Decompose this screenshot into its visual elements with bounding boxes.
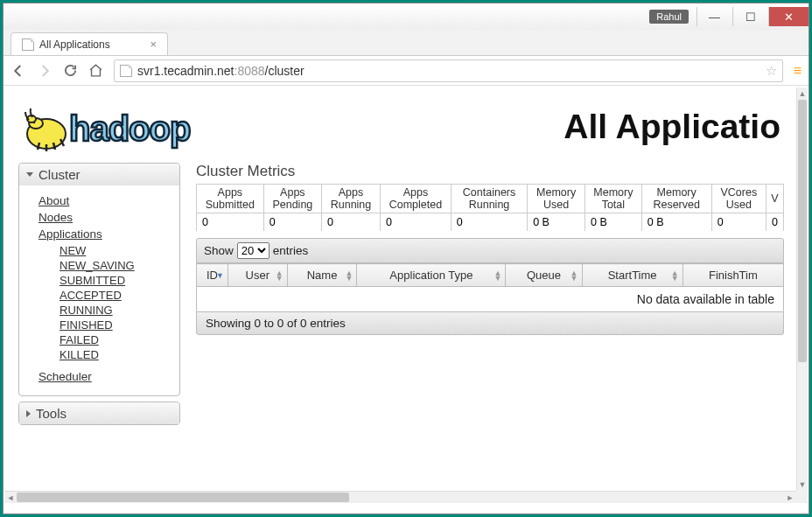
main-content: Cluster Metrics Apps Submitted Apps Pend… (196, 163, 784, 430)
metrics-header: Memory Reserved (641, 185, 711, 213)
window-maximize-button[interactable]: ☐ (732, 7, 767, 26)
address-bar[interactable]: svr1.tecadmin.net:8088/cluster ☆ (114, 59, 783, 82)
column-header-app-type[interactable]: Application Type▲▼ (357, 264, 506, 287)
metrics-header: Apps Pending (263, 185, 321, 213)
browser-window: Rahul — ☐ ✕ All Applications × svr1.teca… (3, 3, 809, 514)
horizontal-scrollbar[interactable]: ◄ ► (4, 491, 796, 503)
metrics-header: Apps Submitted (197, 185, 264, 213)
vertical-scroll-thumb[interactable] (798, 100, 807, 362)
cluster-metrics-title: Cluster Metrics (196, 163, 784, 180)
user-badge: Rahul (649, 10, 689, 24)
metrics-value: 0 (766, 213, 783, 232)
tab-title: All Applications (39, 38, 110, 51)
metrics-header: Apps Completed (380, 185, 451, 213)
sidebar-panel-head-tools[interactable]: Tools (19, 402, 179, 424)
column-header-id[interactable]: ID▼ (197, 264, 228, 287)
page-content: hadoop All Applicatio Cluster About Node… (4, 87, 796, 491)
metrics-header: Memory Used (528, 185, 585, 213)
metrics-value: 0 (711, 213, 766, 232)
sidebar-link-about[interactable]: About (38, 194, 174, 207)
page-size-select[interactable]: 20 (237, 242, 270, 259)
window-titlebar: Rahul — ☐ ✕ (4, 3, 808, 30)
metrics-value: 0 B (641, 213, 711, 232)
url-page-icon (120, 65, 132, 77)
sidebar-link-applications[interactable]: Applications (38, 227, 174, 241)
scroll-up-icon[interactable]: ▲ (797, 87, 808, 100)
column-header-user[interactable]: User▲▼ (228, 264, 288, 287)
metrics-header: V (766, 185, 783, 213)
tab-strip: All Applications × (4, 30, 808, 56)
scroll-down-icon[interactable]: ▼ (797, 479, 808, 491)
sidebar-panel-cluster: Cluster About Nodes Applications NEW NEW… (18, 163, 180, 396)
sidebar-link-state-killed[interactable]: KILLED (60, 348, 174, 361)
metrics-value: 0 (451, 213, 527, 232)
page-title: All Applicatio (564, 108, 780, 146)
column-header-finishtime[interactable]: FinishTim (682, 264, 783, 287)
column-header-starttime[interactable]: StartTime▲▼ (582, 264, 682, 287)
metrics-value: 0 B (585, 213, 642, 232)
scrollbar-corner (796, 491, 808, 503)
menu-icon[interactable]: ≡ (794, 63, 802, 79)
sidebar-link-state-finished[interactable]: FINISHED (60, 318, 174, 332)
forward-button[interactable] (37, 63, 52, 79)
sidebar-panel-tools: Tools (18, 402, 180, 425)
no-data-message: No data available in table (197, 287, 784, 312)
window-minimize-button[interactable]: — (696, 7, 732, 26)
browser-tab[interactable]: All Applications × (10, 32, 168, 55)
metrics-header: VCores Used (711, 185, 766, 213)
window-close-button[interactable]: ✕ (768, 7, 808, 26)
scroll-left-icon[interactable]: ◄ (4, 492, 17, 503)
metrics-header: Containers Running (451, 185, 527, 213)
sidebar-link-state-new-saving[interactable]: NEW_SAVING (60, 259, 174, 272)
sidebar-link-state-running[interactable]: RUNNING (60, 304, 174, 317)
sidebar-link-state-failed[interactable]: FAILED (60, 333, 174, 346)
navigation-bar: svr1.tecadmin.net:8088/cluster ☆ ≡ (4, 56, 808, 86)
sidebar: Cluster About Nodes Applications NEW NEW… (18, 163, 180, 430)
sidebar-app-states: NEW NEW_SAVING SUBMITTED ACCEPTED RUNNIN… (38, 244, 174, 361)
svg-point-3 (33, 122, 36, 124)
url-text: svr1.tecadmin.net:8088/cluster (137, 64, 304, 78)
sidebar-link-state-new[interactable]: NEW (60, 244, 174, 257)
svg-text:hadoop: hadoop (69, 109, 190, 148)
metrics-value: 0 (322, 213, 381, 232)
metrics-value: 0 (197, 213, 264, 232)
applications-table: ID▼ User▲▼ Name▲▼ Application Type▲▼ Que… (196, 263, 784, 311)
reload-button[interactable] (63, 63, 78, 78)
sidebar-link-state-accepted[interactable]: ACCEPTED (60, 289, 174, 302)
bookmark-icon[interactable]: ☆ (766, 63, 777, 79)
table-info: Showing 0 to 0 of 0 entries (196, 311, 784, 335)
sidebar-link-scheduler[interactable]: Scheduler (38, 370, 174, 383)
home-button[interactable] (88, 63, 103, 78)
metrics-header: Memory Total (585, 185, 642, 213)
cluster-metrics-table: Apps Submitted Apps Pending Apps Running… (196, 184, 784, 231)
sidebar-link-nodes[interactable]: Nodes (38, 211, 174, 224)
metrics-value: 0 B (528, 213, 585, 232)
vertical-scrollbar[interactable]: ▲ ▼ (796, 87, 808, 491)
sidebar-panel-head-cluster[interactable]: Cluster (19, 164, 179, 185)
page-header: hadoop All Applicatio (4, 87, 796, 163)
horizontal-scroll-thumb[interactable] (17, 493, 349, 502)
metrics-header: Apps Running (322, 185, 381, 213)
page-icon (22, 38, 34, 51)
column-header-name[interactable]: Name▲▼ (287, 264, 357, 287)
metrics-value: 0 (263, 213, 321, 232)
sidebar-link-state-submitted[interactable]: SUBMITTED (60, 274, 174, 287)
hadoop-logo: hadoop (20, 96, 256, 157)
tab-close-icon[interactable]: × (150, 38, 157, 51)
metrics-value: 0 (380, 213, 451, 232)
table-length-control: Show 20 entries (196, 238, 784, 263)
back-button[interactable] (10, 63, 26, 79)
column-header-queue[interactable]: Queue▲▼ (506, 264, 582, 287)
scroll-right-icon[interactable]: ► (784, 492, 796, 503)
